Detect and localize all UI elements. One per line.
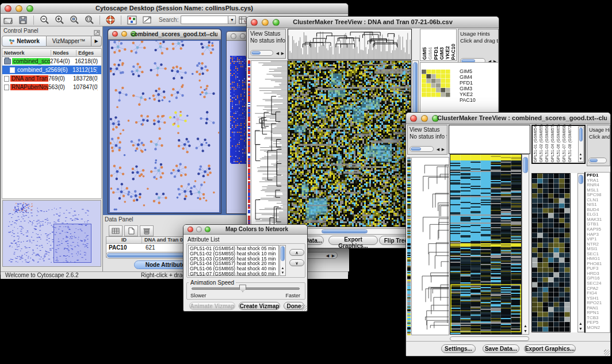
hscroll-thumb[interactable] xyxy=(590,159,598,162)
attribute-list-item[interactable]: GPL51-07 (GSM868) heat shock 60 min xyxy=(190,271,278,276)
tv1-column-dendrogram[interactable] xyxy=(288,29,412,60)
tv2-hscrollbar[interactable] xyxy=(450,336,529,341)
network-overview-panel[interactable] xyxy=(2,200,101,267)
tv2-zoom-heatmap[interactable] xyxy=(531,173,571,332)
network-row[interactable]: DNA and Tran 07 769(0) 183728(0) xyxy=(2,74,101,83)
scroll-left-icon[interactable]: ◀ xyxy=(435,147,441,152)
gene-label[interactable]: PFD1 xyxy=(460,80,476,86)
gene-label[interactable]: PHO81 xyxy=(587,262,610,267)
column-label[interactable]: GIM3 xyxy=(439,47,445,60)
close-icon[interactable] xyxy=(251,19,258,26)
zoom-window-icon[interactable] xyxy=(26,5,33,12)
gene-label[interactable]: TCB3 xyxy=(587,316,610,321)
gene-label[interactable]: CLN1 xyxy=(587,198,610,203)
gene-label[interactable]: NTR2 xyxy=(587,242,610,247)
vscroll-thumb[interactable] xyxy=(523,157,528,173)
gene-label[interactable]: PEP5 xyxy=(587,320,610,325)
gene-label[interactable]: PAC10 xyxy=(460,97,476,103)
settings-button[interactable]: Settings... xyxy=(441,344,476,353)
gene-label[interactable]: YRA1 xyxy=(587,178,610,183)
gene-label[interactable]: KAP95 xyxy=(587,227,610,232)
gene-label[interactable]: PUF3 xyxy=(587,266,610,271)
gene-label[interactable]: RNR4 xyxy=(587,183,610,188)
tv2-overview-heatmap[interactable] xyxy=(450,154,522,335)
col-header-edges[interactable]: Edges xyxy=(76,50,101,56)
gene-label[interactable]: GIM4 xyxy=(460,74,476,80)
gene-label[interactable]: SEC1 xyxy=(587,252,610,257)
column-label[interactable]: YKE2 xyxy=(445,46,450,60)
tv1-status-hscrollbar[interactable] xyxy=(250,50,273,56)
scroll-down-icon[interactable]: ▼ xyxy=(523,329,528,334)
gene-label[interactable]: CPA2 xyxy=(587,286,610,292)
gene-label[interactable]: ELG1 xyxy=(587,212,610,217)
gene-label[interactable]: GIM5 xyxy=(460,68,476,74)
delete-attribute-button[interactable] xyxy=(140,225,154,236)
gene-label[interactable]: VIP1 xyxy=(587,237,610,242)
scroll-down-icon[interactable]: ▼ xyxy=(280,270,285,275)
gene-label[interactable]: MSI1 xyxy=(587,247,610,252)
search-input[interactable] xyxy=(181,16,228,24)
column-label[interactable]: GPL51-07 (GSM868) xyxy=(562,124,568,162)
network-overview-icon[interactable] xyxy=(125,14,138,25)
overview-viewport-rect[interactable] xyxy=(53,224,91,263)
gene-label[interactable]: YKE2 xyxy=(460,91,476,97)
animate-vizmap-button[interactable]: Animate Vizmap xyxy=(189,302,235,310)
move-up-button[interactable]: ∧ xyxy=(289,249,304,256)
export-graphics-button[interactable]: Export Graphics... xyxy=(328,236,378,245)
help-lifebuoy-icon[interactable] xyxy=(104,14,117,25)
minimize-icon[interactable] xyxy=(121,31,127,37)
tv1-row-dendrogram[interactable] xyxy=(251,60,288,227)
network-row[interactable]: combined_sco 2569(6) 13112(15) xyxy=(2,66,101,74)
gene-label[interactable]: RPN1 xyxy=(587,311,610,316)
save-data-button[interactable]: Save Data... xyxy=(483,344,519,353)
vscroll-thumb[interactable] xyxy=(579,128,583,141)
gene-label[interactable]: GIM3 xyxy=(460,86,476,91)
zoom-window-icon[interactable] xyxy=(273,19,280,26)
search-dropdown-arrow[interactable]: ▼ xyxy=(228,16,236,24)
close-icon[interactable] xyxy=(410,115,417,122)
column-label[interactable]: GIM4 xyxy=(427,47,433,60)
scroll-up-icon[interactable]: ▲ xyxy=(523,324,528,328)
tv2-vscrollbar[interactable]: ▲ ▼ xyxy=(522,154,529,335)
gene-label[interactable]: PAN1 xyxy=(587,306,610,311)
gene-label[interactable]: BUD4 xyxy=(587,208,610,213)
vscroll-thumb[interactable] xyxy=(579,175,583,184)
gene-label[interactable]: MAK31 xyxy=(587,217,610,223)
gene-label[interactable]: GPI16 xyxy=(587,276,610,281)
minimize-icon[interactable] xyxy=(262,19,269,26)
column-label[interactable]: GPL51-08 (GSM872) xyxy=(568,124,573,162)
gene-label[interactable]: MON2 xyxy=(587,325,610,331)
minimize-icon[interactable] xyxy=(240,33,246,39)
gene-label[interactable]: SEC24 xyxy=(587,281,610,286)
new-attribute-button[interactable] xyxy=(124,225,138,236)
tv1-title-bar[interactable]: ClusterMaker TreeView : DNA and Tran 07-… xyxy=(247,17,499,28)
network-row[interactable]: combined_scores 2764(0) 16218(0) xyxy=(2,57,101,66)
scroll-left-icon[interactable]: ◀ xyxy=(325,254,330,258)
zoom-fit-icon[interactable] xyxy=(83,14,95,25)
gene-label[interactable]: GTB1 xyxy=(587,222,610,227)
scroll-up-icon[interactable]: ▲ xyxy=(578,321,583,326)
gene-label[interactable]: PFD1 xyxy=(587,173,610,178)
column-label[interactable]: GPL51-01 (GSM854) xyxy=(533,124,539,162)
tv2-title-bar[interactable]: ClusterMaker TreeView : combined_scores_… xyxy=(406,113,610,124)
gene-label[interactable]: NIS1 xyxy=(587,202,610,208)
gene-label[interactable]: HAP3 xyxy=(587,232,610,237)
annotation-icon[interactable] xyxy=(140,14,153,25)
gene-label[interactable]: HRD3 xyxy=(587,271,610,277)
gene-label[interactable]: MSL1 xyxy=(587,188,610,193)
minimize-icon[interactable] xyxy=(421,115,428,122)
gene-label[interactable]: HMG1 xyxy=(587,256,610,262)
scroll-down-icon[interactable]: ▼ xyxy=(578,327,583,331)
hscroll-thumb[interactable] xyxy=(322,229,368,233)
zoom-out-icon[interactable] xyxy=(38,14,51,25)
network2-canvas[interactable] xyxy=(230,56,247,164)
gene-label[interactable]: RPO21 xyxy=(587,301,610,306)
network-row[interactable]: RNAPuberNov2+| 563(0) 107847(0) xyxy=(2,83,101,91)
column-label[interactable]: GPL51-02 (GSM855) xyxy=(539,124,545,162)
attribute-list-vscrollbar[interactable]: ▲ ▼ xyxy=(280,245,286,276)
dialog-title-bar[interactable]: Map Colors to Network xyxy=(183,225,307,235)
close-icon[interactable] xyxy=(188,227,193,232)
zoom-window-icon[interactable] xyxy=(205,227,211,232)
network1-canvas[interactable] xyxy=(110,41,219,212)
zoom-in-icon[interactable] xyxy=(53,14,66,25)
